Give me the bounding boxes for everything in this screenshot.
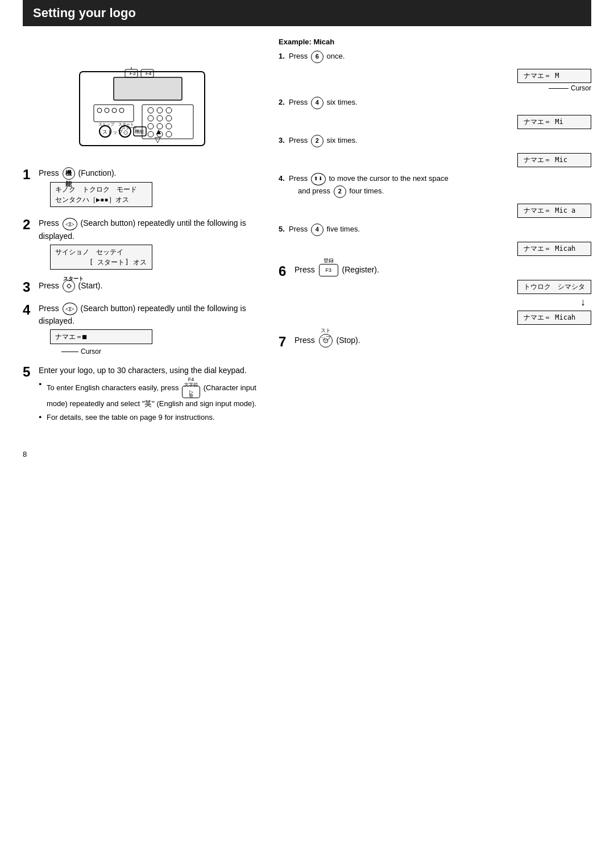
- ex4-content: Press ⬆⬇ to move the cursor to the next …: [289, 173, 591, 198]
- example-step-2: 2. Press 4 six times. ナマエ＝ Mi: [279, 97, 591, 135]
- ex5-lcd: ナマエ＝ Micah: [517, 242, 591, 256]
- page-number: 8: [23, 450, 591, 458]
- step3-press: Press: [39, 281, 59, 290]
- step3-suffix: (Start).: [78, 281, 103, 290]
- example-title: Example: Micah: [279, 38, 591, 46]
- ex4-row: 4. Press ⬆⬇ to move the cursor to the ne…: [279, 173, 591, 198]
- cursor-label: Cursor: [81, 346, 101, 357]
- ex4-and: and press 2 four times.: [298, 187, 384, 195]
- step-5: 5 Enter your logo, up to 30 characters, …: [23, 365, 262, 425]
- bullet-2: For details, see the table on page 9 for…: [39, 412, 262, 423]
- step4-content: Press ◁▷ (Search button) repeatedly unti…: [39, 303, 262, 357]
- step4-lcd-line1: ナマエ＝: [55, 333, 82, 341]
- ex4-lcd-row: ナマエ＝ Mic a: [279, 204, 591, 218]
- step1-suffix: (Function).: [78, 168, 117, 177]
- ex2-num: 2.: [279, 97, 288, 108]
- ex2-row: 2. Press 4 six times.: [279, 97, 591, 109]
- btn-2b-label: 2: [338, 188, 342, 195]
- device-diagram: F3 F4 ストップ スタート ◇ 機能 ▲ ▽: [23, 38, 262, 157]
- step3-content: Press スタート ◇ (Start).: [39, 280, 262, 295]
- search-button[interactable]: ◁▷: [63, 218, 77, 230]
- svg-text:▽: ▽: [155, 135, 161, 144]
- example-step-3: 3. Press 2 six times. ナマエ＝ Mic: [279, 135, 591, 173]
- svg-text:スタート: スタート: [118, 122, 134, 127]
- step5-content: Enter your logo, up to 30 characters, us…: [39, 365, 262, 425]
- ex2-lcd-row: ナマエ＝ Mi: [279, 115, 591, 129]
- step-2: 2 Press ◁▷ (Search button) repeatedly un…: [23, 217, 262, 271]
- ex3-num: 3.: [279, 135, 288, 146]
- btn-4b-label: 4: [316, 226, 319, 233]
- svg-text:◇: ◇: [123, 129, 128, 135]
- ex5-press: Press: [289, 225, 308, 233]
- register-button[interactable]: F3: [319, 264, 338, 276]
- start-button[interactable]: スタート ◇: [63, 280, 75, 292]
- step1-number: 1: [23, 167, 36, 182]
- ex1-lcd: ナマエ＝ M: [517, 69, 591, 83]
- step2-lcd: サイショノ セッテイ [ スタート] オス: [50, 245, 152, 270]
- ex3-lcd: ナマエ＝ Mic: [517, 153, 591, 167]
- svg-text:F4: F4: [146, 71, 152, 76]
- right-column: Example: Micah 1. Press 6 once. ナマエ＝ M C…: [279, 38, 591, 433]
- svg-point-7: [157, 115, 163, 121]
- btn-4b[interactable]: 4: [311, 224, 323, 236]
- btn-4a-label: 4: [316, 99, 319, 106]
- step1-content: Press 機能 (Function). キノク トクロク モード センタクハ［…: [39, 167, 262, 209]
- ex5-num: 5.: [279, 224, 288, 235]
- cursor-note: Cursor: [61, 346, 262, 357]
- svg-point-11: [166, 123, 172, 129]
- search-button-2[interactable]: ◁▷: [63, 303, 77, 315]
- step6-lcd2-row: ナマエ＝ Micah: [294, 311, 591, 325]
- ex2-press: Press: [289, 98, 308, 106]
- step-1: 1 Press 機能 (Function). キノク トクロク モード センタク…: [23, 167, 262, 209]
- ex1-content: Press 6 once.: [289, 51, 591, 63]
- stop-label-top: ストップ: [319, 327, 333, 342]
- title-text: Setting your logo: [33, 6, 136, 20]
- ex5-content: Press 4 five times.: [289, 224, 591, 236]
- btn-nav[interactable]: ⬆⬇: [311, 173, 326, 185]
- ex3-row: 3. Press 2 six times.: [279, 135, 591, 147]
- ex1-row: 1. Press 6 once.: [279, 51, 591, 63]
- svg-point-19: [119, 108, 124, 113]
- svg-point-4: [157, 108, 163, 113]
- btn-6-label: 6: [316, 53, 319, 60]
- ex1-suffix: once.: [326, 52, 345, 60]
- register-label-top: 登録: [319, 257, 338, 264]
- svg-point-9: [148, 123, 154, 129]
- register-f-label: F3: [325, 267, 331, 273]
- ex4-num: 4.: [279, 173, 288, 184]
- down-arrow: ↓: [294, 296, 591, 308]
- ex5-lcd-row: ナマエ＝ Micah: [279, 242, 591, 256]
- svg-rect-1: [114, 77, 182, 100]
- ex1-cursor-row: Cursor: [279, 84, 591, 92]
- ex3-content: Press 2 six times.: [289, 135, 591, 147]
- step7-number: 7: [279, 334, 292, 349]
- svg-point-18: [112, 108, 117, 113]
- bullet1-text: To enter English characters easily, pres…: [47, 384, 179, 392]
- ex5-row: 5. Press 4 five times.: [279, 224, 591, 236]
- step7-suffix: (Stop).: [337, 336, 360, 345]
- function-button[interactable]: 機能: [63, 167, 75, 180]
- ex3-lcd-row: ナマエ＝ Mic: [279, 153, 591, 167]
- step6-lcd1-row: トウロク シマシタ: [294, 280, 591, 294]
- btn-6[interactable]: 6: [311, 51, 323, 63]
- start-label-top: スタート: [63, 274, 74, 284]
- btn-4a[interactable]: 4: [311, 97, 323, 109]
- ex2-suffix: six times.: [326, 98, 357, 106]
- step2-content: Press ◁▷ (Search button) repeatedly unti…: [39, 217, 262, 271]
- register-btn-wrap: 登録 F3: [319, 264, 338, 276]
- svg-rect-2: [142, 105, 193, 139]
- ex1-num: 1.: [279, 51, 288, 62]
- step6-press: Press: [294, 265, 315, 274]
- btn-2b[interactable]: 2: [334, 185, 346, 198]
- example-step-4: 4. Press ⬆⬇ to move the cursor to the ne…: [279, 173, 591, 224]
- ex5-suffix: five times.: [326, 225, 360, 233]
- step-4: 4 Press ◁▷ (Search button) repeatedly un…: [23, 303, 262, 357]
- step4-press: Press: [39, 304, 59, 313]
- btn-2a[interactable]: 2: [311, 135, 323, 147]
- ex3-suffix: six times.: [326, 136, 357, 144]
- ex4-press: Press: [289, 174, 308, 183]
- step2-lcd-line1: サイショノ セッテイ: [55, 247, 147, 257]
- ex1-cursor-label: Cursor: [571, 84, 591, 92]
- step2-lcd-line2: [ スタート] オス: [55, 257, 147, 267]
- step2-press: Press: [39, 218, 59, 228]
